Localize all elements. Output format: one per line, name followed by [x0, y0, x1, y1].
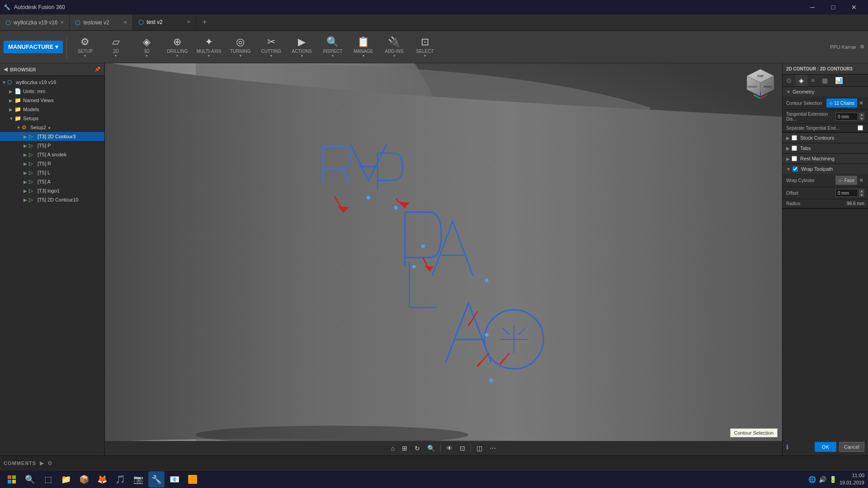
browser-collapse-icon[interactable]: ◀ [4, 66, 7, 72]
contour-clear-button[interactable]: ✕ [858, 100, 864, 106]
taskbar-media[interactable]: 🎵 [112, 471, 128, 488]
panel-tab-geometry[interactable]: ◈ [795, 75, 807, 86]
toolbar-cutting[interactable]: ✂ CUTTING ▾ [257, 33, 286, 61]
orientation-cube[interactable]: TOP FRONT RIGHT [742, 67, 778, 103]
tab-test[interactable]: ⬡ test v2 ✕ [133, 14, 196, 30]
manufacture-button[interactable]: MANUFACTURE ▾ [4, 41, 63, 53]
taskbar-search[interactable]: 🔍 [22, 471, 38, 488]
start-button[interactable] [4, 471, 20, 488]
toolbar-add-ins[interactable]: 🔌 ADD-INS ▾ [380, 33, 409, 61]
toolbar-2d[interactable]: ▱ 2D ▾ [101, 33, 130, 61]
vp-home-btn[interactable]: ⌂ [388, 443, 397, 453]
browser-item-units[interactable]: ▶ 📄 Units: mm [0, 87, 104, 96]
wrap-toolpath-header[interactable]: ▼ Wrap Toolpath [783, 164, 868, 174]
offset-input[interactable] [835, 189, 858, 197]
toolbar-actions[interactable]: ▶ ACTIONS ▾ [288, 33, 316, 61]
browser-item-setups[interactable]: ▼ 📁 Setups [0, 114, 104, 123]
browser-pin-icon[interactable]: 📌 [94, 66, 101, 72]
taskbar-camera[interactable]: 📷 [130, 471, 146, 488]
new-tab-button[interactable]: + [196, 14, 212, 30]
spinner-down[interactable]: ▼ [859, 117, 864, 121]
comments-settings-icon[interactable]: ⚙ [47, 460, 52, 466]
viewport[interactable]: TOP FRONT RIGHT ⌂ ⊞ ↻ 🔍 👁 ⊡ ◫ ⋯ Contour [105, 63, 782, 455]
toolbar-3d[interactable]: ◈ 3D ▾ [132, 33, 161, 61]
taskbar-task-view[interactable]: ⬚ [40, 471, 56, 488]
browser-item-t3-logo1[interactable]: ▶ ▷ [T3] logo1 [0, 186, 104, 195]
contour-selection-button[interactable]: ⊹ 12 Chains [826, 99, 857, 108]
browser-item-t5-r[interactable]: ▶ ▷ [T5] R [0, 159, 104, 168]
cancel-button[interactable]: Cancel [839, 442, 864, 452]
ok-button[interactable]: OK [815, 442, 836, 452]
tray-network-icon[interactable]: 🌐 [808, 476, 816, 483]
spinner-up[interactable]: ▲ [859, 113, 864, 117]
clock[interactable]: 11:00 19.01.2019 [840, 472, 864, 486]
toolbar-setup[interactable]: ⚙ SETUP ▾ [71, 33, 99, 61]
toolbar-multi-axis[interactable]: ✦ MULTI-AXIS ▾ [193, 33, 224, 61]
tab-close-2[interactable]: ✕ [123, 20, 127, 25]
offset-spinner-down[interactable]: ▼ [859, 193, 864, 197]
stock-contours-header[interactable]: ▶ Stock Contours [783, 133, 868, 143]
browser-item-t5-p[interactable]: ▶ ▷ [T5] P [0, 141, 104, 150]
panel-tab-passes[interactable]: ≡ [807, 75, 818, 86]
browser-item-t5-contour10[interactable]: ▶ ▷ [T5] 2D Contour10 [0, 195, 104, 204]
rest-machining-checkbox[interactable] [792, 156, 797, 161]
browser-item-t5-asrodek[interactable]: ▶ ▷ [T5] A srodek [0, 150, 104, 159]
taskbar-dropbox[interactable]: 📦 [76, 471, 92, 488]
taskbar-email[interactable]: 📧 [166, 471, 183, 488]
vp-display-btn[interactable]: ◫ [474, 443, 485, 453]
toolbar-drilling[interactable]: ⊕ DRILLING ▾ [163, 33, 192, 61]
browser-item-root[interactable]: ▼ ⬡ wytłoczka v19 v16 [0, 78, 104, 87]
tabs-header[interactable]: ▶ Tabs [783, 143, 868, 153]
taskbar-app2[interactable]: 🟧 [184, 471, 201, 488]
toolbar-turning[interactable]: ◎ TURNING ▾ [226, 33, 255, 61]
vp-fit-btn[interactable]: ⊞ [399, 443, 410, 453]
stock-contours-checkbox[interactable] [792, 135, 797, 141]
vp-zoom-btn[interactable]: 🔍 [425, 443, 438, 453]
tab-label-1: wytłoczka v19 v16 [14, 19, 57, 26]
tray-battery-icon[interactable]: 🔋 [829, 476, 837, 483]
toolbar-inspect[interactable]: 🔍 INSPECT ▾ [318, 33, 347, 61]
browser-item-t5-a[interactable]: ▶ ▷ [T5] A [0, 177, 104, 186]
settings-icon[interactable]: ⚙ [860, 44, 864, 50]
geometry-header[interactable]: ▼ Geometry [783, 87, 868, 97]
tabs-section: ▶ Tabs [783, 143, 868, 154]
close-button[interactable]: ✕ [844, 0, 864, 14]
taskbar-fusion[interactable]: 🔧 [148, 471, 165, 488]
offset-spinner-up[interactable]: ▲ [859, 189, 864, 193]
browser-item-setup2[interactable]: ▼ ⚙ Setup2 ● [0, 123, 104, 132]
tab-close-1[interactable]: ✕ [60, 20, 64, 25]
comments-expand-icon[interactable]: ▶ [40, 460, 44, 466]
info-button[interactable]: ℹ [786, 442, 788, 452]
taskbar-firefox[interactable]: 🦊 [94, 471, 110, 488]
tab-testowe[interactable]: ⬡ testowe v2 ✕ [70, 14, 133, 30]
toolbar-select[interactable]: ⊡ SELECT ▾ [410, 33, 439, 61]
vp-divider-1 [440, 444, 441, 452]
tray-sound-icon[interactable]: 🔊 [819, 476, 826, 483]
separate-tangential-checkbox[interactable] [858, 125, 863, 131]
tabs-checkbox[interactable] [792, 145, 797, 151]
tangential-extension-input[interactable] [835, 113, 858, 121]
vp-view-btn[interactable]: 👁 [443, 443, 455, 453]
browser-item-named-views[interactable]: ▶ 📁 Named Views [0, 96, 104, 105]
wrap-toolpath-checkbox[interactable] [793, 166, 798, 172]
manufacture-label: MANUFACTURE [8, 43, 53, 50]
wrap-cylinder-button[interactable]: ⊹ Face [835, 176, 857, 185]
panel-tab-chart[interactable]: 📊 [831, 75, 846, 86]
vp-orbit-btn[interactable]: ↻ [412, 443, 423, 453]
vp-more-btn[interactable]: ⋯ [487, 443, 499, 453]
browser-item-t3-contour3[interactable]: ▶ ▷ [T3] 2D Contour3 [0, 132, 104, 141]
maximize-button[interactable]: □ [823, 0, 844, 14]
taskbar-explorer[interactable]: 📁 [58, 471, 74, 488]
minimize-button[interactable]: ─ [802, 0, 823, 14]
tab-wytloczka[interactable]: ⬡ wytłoczka v19 v16 ✕ [0, 14, 70, 30]
vp-grid-btn[interactable]: ⊡ [457, 443, 468, 453]
panel-tab-tool[interactable]: ⊙ [783, 75, 795, 86]
browser-item-t5-l[interactable]: ▶ ▷ [T5] L [0, 168, 104, 177]
rest-machining-header[interactable]: ▶ Rest Machining [783, 154, 868, 164]
panel-tab-linking[interactable]: ▦ [818, 75, 831, 86]
wrap-cylinder-clear[interactable]: ✕ [858, 177, 864, 183]
browser-item-models[interactable]: ▶ 📁 Models [0, 105, 104, 114]
svg-rect-34 [8, 480, 11, 483]
tab-close-3[interactable]: ✕ [187, 19, 190, 24]
toolbar-manage[interactable]: 📋 MANAGE ▾ [349, 33, 378, 61]
